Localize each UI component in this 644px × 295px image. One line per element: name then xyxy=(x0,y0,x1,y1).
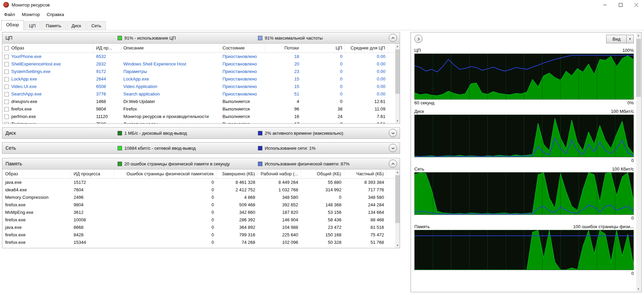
cpu-chart-min-label: 0% xyxy=(627,100,634,105)
mem-col-shareable[interactable]: Общий (КБ) xyxy=(301,169,344,178)
disk-expand-button[interactable] xyxy=(389,129,397,137)
scroll-up-arrow[interactable]: ▲ xyxy=(395,169,400,175)
network-usage-legend-swatch xyxy=(258,146,262,150)
mem-col-image[interactable]: Образ xyxy=(2,169,71,178)
cell-description xyxy=(121,53,220,60)
cell-pid: 3612 xyxy=(71,209,114,216)
memory-process-row[interactable]: firefox.exe84280799 316225 640150 16875 … xyxy=(2,231,395,239)
chevron-up-icon xyxy=(391,163,395,165)
cpu-collapse-button[interactable] xyxy=(389,34,397,42)
tab-memory[interactable]: Память xyxy=(41,21,66,30)
row-checkbox[interactable] xyxy=(4,55,9,59)
cpu-process-row[interactable]: firefox.exe9804FirefoxВыполняется963811.… xyxy=(2,105,395,113)
row-checkbox[interactable] xyxy=(4,92,9,97)
cell-image: firefox.exe xyxy=(2,201,71,209)
maximize-button[interactable] xyxy=(613,0,628,10)
scroll-down-arrow[interactable]: ▼ xyxy=(636,286,641,292)
cpu-process-row[interactable]: YourPhone.exe6532Приостановлено1800.00 xyxy=(2,53,395,60)
mem-col-faults[interactable]: Ошибок страницы физической памяти/сек xyxy=(114,169,217,178)
cpu-col-threads[interactable]: Потоки xyxy=(265,44,302,53)
cpu-col-image[interactable]: Образ xyxy=(2,44,93,53)
cpu-process-row[interactable]: SearchApp.exe3776Search applicationПриос… xyxy=(2,90,395,98)
row-checkbox[interactable] xyxy=(4,77,9,82)
memory-process-row[interactable]: Memory Compression249604 868348 5800348 … xyxy=(2,194,395,201)
network-section-header[interactable]: Сеть 10884 кбит/с - сетевой ввод-вывод И… xyxy=(2,143,400,153)
network-section-title: Сеть xyxy=(2,145,16,151)
memory-table-scrollbar[interactable]: ▲ ▼ xyxy=(395,169,400,248)
scroll-up-arrow[interactable]: ▲ xyxy=(395,44,400,49)
scroll-down-arrow[interactable]: ▼ xyxy=(395,118,400,123)
cpu-col-status[interactable]: Состояние xyxy=(220,44,265,53)
memory-process-row[interactable]: firefox.exe98040509 468392 652148 368244… xyxy=(2,201,395,209)
memory-section-header[interactable]: Память 20 ошибок страницы физической пам… xyxy=(2,158,400,169)
cpu-graph xyxy=(414,54,634,100)
cell-hard-faults: 0 xyxy=(114,239,217,246)
memory-process-row[interactable]: java.exe1517208 461 3288 449 26455 8808 … xyxy=(2,179,395,186)
cell-private: 244 284 xyxy=(344,201,387,209)
cell-description: Windows Shell Experience Host xyxy=(121,60,220,68)
close-button[interactable] xyxy=(628,0,644,10)
network-expand-button[interactable] xyxy=(389,144,397,152)
cell-description: Параметры xyxy=(121,68,220,75)
row-checkbox[interactable] xyxy=(4,85,9,89)
memory-process-row[interactable]: firefox.exe90041359 34087 69645 81641 88… xyxy=(2,246,395,248)
cpu-process-row[interactable]: perfmon.exe11120Монитор ресурсов и произ… xyxy=(2,113,395,120)
memory-process-row[interactable]: MsMpEng.exe36120342 660187 82053 156134 … xyxy=(2,209,395,216)
scroll-up-arrow[interactable]: ▲ xyxy=(636,33,641,38)
menu-help[interactable]: Справка xyxy=(43,12,67,17)
mem-col-private[interactable]: Частный (КБ) xyxy=(344,169,387,178)
cpu-table: Образ ИД пр... Описание Состояние Потоки… xyxy=(2,43,400,123)
cpu-table-scrollbar[interactable]: ▲ ▼ xyxy=(395,44,400,123)
cpu-col-description[interactable]: Описание xyxy=(121,44,220,53)
cpu-process-row[interactable]: LockApp.exe2644LockApp.exeПриостановлено… xyxy=(2,75,395,83)
tab-disk[interactable]: Диск xyxy=(67,21,86,30)
minimize-button[interactable] xyxy=(597,0,613,10)
tab-overview[interactable]: Обзор xyxy=(1,20,24,30)
scrollbar-thumb[interactable] xyxy=(395,175,400,223)
row-checkbox[interactable] xyxy=(4,122,9,124)
memory-process-row[interactable]: firefox.exe100080286 392146 90458 43688 … xyxy=(2,216,395,224)
cpu-col-pid[interactable]: ИД пр... xyxy=(93,44,121,53)
charts-collapse-button[interactable] xyxy=(414,35,423,43)
view-button[interactable]: Вид xyxy=(606,35,627,43)
scrollbar-thumb[interactable] xyxy=(395,49,400,94)
mem-col-pid[interactable]: ИД процесса xyxy=(71,169,114,178)
scroll-down-arrow[interactable]: ▼ xyxy=(395,243,400,248)
mem-col-commit[interactable]: Завершено (КБ) xyxy=(217,169,258,178)
tab-network[interactable]: Сеть xyxy=(87,21,106,30)
cpu-process-row[interactable]: SystemSettings.exe9172ПараметрыПриостано… xyxy=(2,68,395,75)
memory-process-row[interactable]: firefox.exe15344074 268102 09650 32851 7… xyxy=(2,239,395,246)
cell-description: Dr.Web Updater xyxy=(121,98,220,105)
mem-col-working-set[interactable]: Рабочий набор (... xyxy=(258,169,301,178)
tab-cpu[interactable]: ЦП xyxy=(25,21,41,30)
cpu-col-average[interactable]: Среднее для ЦП xyxy=(345,44,388,53)
disk-section-header[interactable]: Диск 1 МБ/с - дисковый ввод-вывод 2% акт… xyxy=(2,128,400,138)
memory-process-row[interactable]: java.exe86680364 892104 98823 47281 516 xyxy=(2,224,395,231)
cell-status: Приостановлено xyxy=(220,75,265,83)
cpu-process-row[interactable]: ShellExperienceHost.exe2832Windows Shell… xyxy=(2,60,395,68)
row-checkbox[interactable] xyxy=(4,115,9,119)
row-checkbox[interactable] xyxy=(4,107,9,112)
cpu-col-cpu[interactable]: ЦП xyxy=(302,44,345,53)
memory-collapse-button[interactable] xyxy=(389,160,397,168)
menu-monitor[interactable]: Монитор xyxy=(18,12,43,17)
scrollbar-thumb[interactable] xyxy=(636,39,641,97)
cpu-process-row[interactable]: Video.UI.exe6508Video ApplicationПриоста… xyxy=(2,83,395,90)
row-checkbox[interactable] xyxy=(4,62,9,67)
charts-panel-scrollbar[interactable]: ▲ ▼ xyxy=(636,33,641,292)
view-dropdown-arrow[interactable]: ▼ xyxy=(627,35,634,43)
cell-private: 75 472 xyxy=(344,231,387,239)
cell-threads: 4 xyxy=(265,98,302,105)
cell-status: Выполняется xyxy=(220,120,265,123)
cpu-process-row[interactable]: drwupsrv.exe1468Dr.Web UpdaterВыполняетс… xyxy=(2,98,395,105)
cell-working-set: 187 820 xyxy=(258,209,301,216)
row-checkbox[interactable] xyxy=(4,100,9,104)
cpu-section-header[interactable]: ЦП 91% - использование ЦП 91% максимальн… xyxy=(2,32,400,43)
select-all-checkbox[interactable] xyxy=(4,46,9,50)
menu-file[interactable]: Файл xyxy=(1,12,18,17)
row-checkbox[interactable] xyxy=(4,70,9,74)
memory-process-row[interactable]: idea64.exe760402 412 7521 032 768314 992… xyxy=(2,186,395,194)
cpu-process-row[interactable]: Taskmgr.exe7580Диспетчер задачВыполняетс… xyxy=(2,120,395,123)
cell-threads: 51 xyxy=(265,90,302,98)
network-io-legend-label: 10884 кбит/с - сетевой ввод-вывод xyxy=(124,146,196,151)
